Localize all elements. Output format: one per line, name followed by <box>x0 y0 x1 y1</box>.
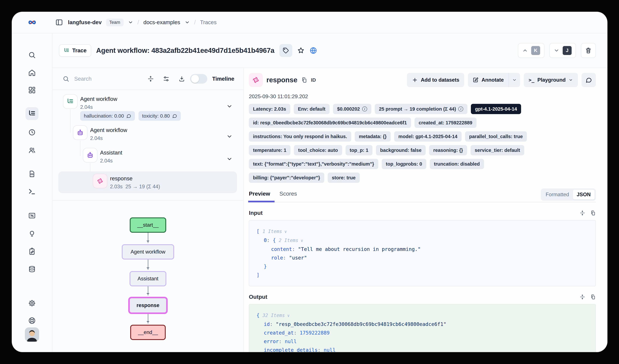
tag-icon[interactable] <box>279 44 292 57</box>
graph-node-response[interactable]: response <box>128 297 168 314</box>
timeline-toggle[interactable] <box>190 74 207 84</box>
metadata-badge[interactable]: parallel_tool_calls: true <box>465 131 527 142</box>
project-chevron-down-icon[interactable] <box>184 20 190 25</box>
metadata-badge[interactable]: billing: {"payer":"developer"} <box>249 173 324 183</box>
metadata-badge[interactable]: Latency: 2.03s <box>249 104 290 114</box>
prev-trace-button[interactable]: K <box>518 43 544 58</box>
input-json[interactable]: [ 1 Items ∨0: { 2 Items ∨content: "Tell … <box>249 220 596 286</box>
playground-icon[interactable] <box>26 185 38 198</box>
trace-node-icon[interactable] <box>63 94 78 109</box>
metadata-badge[interactable]: Env: default <box>294 104 330 114</box>
annotate-button[interactable]: Annotate <box>468 73 508 87</box>
copy-icon[interactable] <box>590 210 596 216</box>
breadcrumb-project[interactable]: docs-examples <box>143 19 180 26</box>
output-json[interactable]: { 32 Items ∨id: "resp_0beedbcbe3c72fe300… <box>249 304 596 352</box>
delete-trace-button[interactable] <box>581 43 596 58</box>
tab-preview[interactable]: Preview <box>249 189 270 202</box>
add-to-datasets-button[interactable]: Add to datasets <box>407 73 464 87</box>
tree-row-label[interactable]: Agent workflow <box>90 127 127 133</box>
metadata-badge[interactable]: truncation: disabled <box>430 159 484 169</box>
next-trace-button[interactable]: J <box>549 43 576 58</box>
search-input[interactable]: Search <box>74 76 142 82</box>
scores-icon[interactable] <box>26 209 38 222</box>
format-toggle: Formatted JSON <box>541 189 596 201</box>
tab-scores[interactable]: Scores <box>280 189 297 202</box>
globe-icon[interactable] <box>310 47 317 54</box>
sessions-icon[interactable] <box>26 126 38 139</box>
metadata-badge[interactable]: model: gpt-4.1-2025-04-14 <box>394 131 462 142</box>
format-formatted[interactable]: Formatted <box>542 192 573 198</box>
observation-title: response <box>267 76 297 84</box>
annotation-icon[interactable] <box>26 245 38 258</box>
breadcrumb-org[interactable]: langfuse-dev <box>68 19 102 26</box>
metadata-badge[interactable]: 25 prompt → 19 completion (Σ 44)i <box>375 104 467 114</box>
insights-icon[interactable] <box>26 227 38 240</box>
metadata-badge[interactable]: service_tier: default <box>471 145 524 155</box>
metadata-badge[interactable]: metadata: {} <box>355 131 391 142</box>
graph-node-assistant[interactable]: Assistant <box>129 271 166 286</box>
workflow-graph[interactable]: __start__ Agent workflow Assistant respo… <box>52 201 244 352</box>
annotate-button-group: Annotate <box>468 73 520 87</box>
panel-toggle-icon[interactable] <box>55 19 63 26</box>
top-bar: langfuse-dev Team / docs-examples / Trac… <box>12 12 607 33</box>
langfuse-logo[interactable] <box>12 18 52 27</box>
users-icon[interactable] <box>26 144 38 157</box>
generation-node-icon[interactable] <box>93 174 107 188</box>
code-line: } <box>256 262 588 271</box>
collapse-all-icon[interactable] <box>147 76 154 82</box>
annotate-dropdown-chevron[interactable] <box>508 73 520 87</box>
filters-icon[interactable] <box>163 76 169 82</box>
dashboards-icon[interactable] <box>26 84 38 96</box>
agent-node-icon[interactable] <box>73 125 87 140</box>
metadata-badge[interactable]: store: true <box>328 173 360 183</box>
metadata-badge[interactable]: top_p: 1 <box>346 145 373 155</box>
user-avatar[interactable] <box>25 327 39 342</box>
metadata-badge[interactable]: id: resp_0beedbcbe3c72fe30068db9c69bc948… <box>249 118 411 128</box>
metadata-badge[interactable]: gpt-4.1-2025-04-14 <box>471 104 521 114</box>
metadata-badge[interactable]: reasoning: {} <box>429 145 467 155</box>
score-badge[interactable]: toxicity: 0.80 <box>139 111 181 121</box>
prompts-icon[interactable] <box>26 167 38 180</box>
tree-row-label[interactable]: Agent workflow <box>80 96 117 102</box>
settings-gear-icon[interactable] <box>26 297 38 310</box>
graph-node-agent-workflow[interactable]: Agent workflow <box>122 244 174 259</box>
collapse-icon[interactable] <box>579 210 585 216</box>
copy-id-icon[interactable] <box>301 77 307 83</box>
tracing-icon[interactable] <box>26 107 38 120</box>
metadata-badge[interactable]: top_logprobs: 0 <box>382 159 426 169</box>
score-badge[interactable]: hallucination: 0.00 <box>80 111 135 121</box>
home-icon[interactable] <box>26 66 38 79</box>
graph-node-start[interactable]: __start__ <box>130 217 166 233</box>
support-icon[interactable] <box>26 314 38 327</box>
breadcrumb-section[interactable]: Traces <box>200 19 217 26</box>
metadata-badge[interactable]: tool_choice: auto <box>294 145 342 155</box>
agent-node-icon[interactable] <box>83 148 98 162</box>
metadata-badge[interactable]: instructions: You only respond in haikus… <box>249 131 351 142</box>
collapse-icon[interactable] <box>579 294 585 300</box>
metadata-badge[interactable]: temperature: 1 <box>249 145 290 155</box>
metadata-badge[interactable]: $0.000202i <box>333 104 371 114</box>
tree-row-label[interactable]: Assistant <box>100 149 122 156</box>
metadata-badge[interactable]: created_at: 1759222889 <box>415 118 477 128</box>
observation-timestamp: 2025-09-30 11:01:29.202 <box>249 94 596 99</box>
metadata-badge[interactable]: background: false <box>376 145 426 155</box>
star-icon[interactable] <box>297 47 305 54</box>
download-icon[interactable] <box>178 76 185 82</box>
tree-row-label[interactable]: response <box>110 175 133 182</box>
trace-header: Trace Agent workflow: 483a2afb22b41ee49d… <box>52 33 607 68</box>
copy-icon[interactable] <box>590 294 596 300</box>
metadata-badge[interactable]: text: {"format":{"type":"text"},"verbosi… <box>249 159 378 169</box>
datasets-icon[interactable] <box>26 263 38 276</box>
id-label[interactable]: ID <box>311 77 316 83</box>
search-icon[interactable] <box>26 49 38 61</box>
graph-node-end[interactable]: __end__ <box>130 325 166 340</box>
playground-button[interactable]: >_ Playground <box>524 73 578 87</box>
org-chevron-down-icon[interactable] <box>128 20 133 25</box>
tree-row-metrics: 2.03s 25 → 19 (Σ 44) <box>110 184 160 190</box>
row-chevron-down-icon[interactable] <box>226 133 233 140</box>
format-json[interactable]: JSON <box>573 190 595 200</box>
row-chevron-down-icon[interactable] <box>226 156 233 162</box>
trace-type-chip[interactable]: Trace <box>59 44 91 57</box>
comments-button[interactable] <box>582 73 596 87</box>
row-chevron-down-icon[interactable] <box>226 103 233 109</box>
